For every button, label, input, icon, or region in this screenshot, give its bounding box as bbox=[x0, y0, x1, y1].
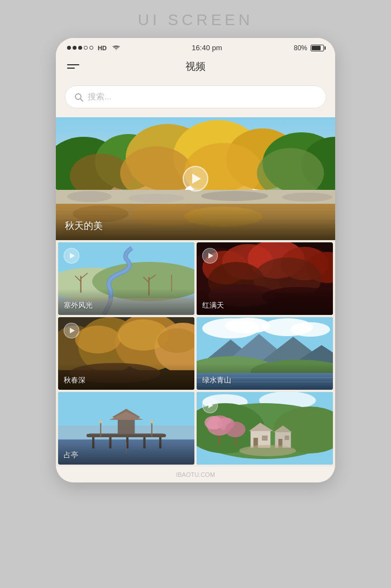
svg-point-69 bbox=[290, 322, 330, 337]
svg-rect-114 bbox=[262, 436, 268, 441]
signal-dots bbox=[67, 46, 93, 50]
overlay-v4: 绿水青山 bbox=[197, 364, 333, 390]
grid-item-v6[interactable] bbox=[197, 392, 333, 465]
search-placeholder: 搜索... bbox=[88, 92, 112, 102]
battery-icon bbox=[311, 45, 324, 51]
status-bar: HD 16:40 pm 80% bbox=[56, 38, 335, 55]
play-icon-v2 bbox=[208, 253, 213, 259]
dot-2 bbox=[73, 46, 77, 50]
search-icon bbox=[74, 93, 83, 102]
play-icon-v3 bbox=[70, 328, 75, 333]
play-button-v1[interactable] bbox=[64, 248, 79, 264]
grid-item-v4[interactable]: 绿水青山 bbox=[197, 317, 333, 390]
grid-title-v1: 塞外风光 bbox=[64, 301, 93, 309]
play-icon-v6 bbox=[208, 403, 213, 408]
featured-video[interactable]: 秋天的美 bbox=[56, 117, 335, 240]
grid-title-v5: 占亭 bbox=[64, 451, 78, 459]
svg-point-119 bbox=[239, 445, 296, 456]
dot-5 bbox=[89, 46, 93, 50]
dot-1 bbox=[67, 46, 71, 50]
ui-screen-label: UI SCREEN bbox=[138, 11, 253, 29]
credit-label: IBAOTU.COM bbox=[56, 467, 335, 482]
svg-point-110 bbox=[225, 422, 246, 437]
menu-line-2 bbox=[67, 68, 75, 69]
menu-line-1 bbox=[67, 64, 79, 65]
svg-rect-118 bbox=[285, 436, 289, 440]
play-icon-v1 bbox=[70, 253, 75, 259]
svg-point-15 bbox=[128, 194, 184, 203]
search-section: 搜索... bbox=[56, 80, 335, 117]
overlay-v2: 红满天 bbox=[197, 289, 333, 315]
svg-point-98 bbox=[150, 420, 154, 423]
featured-video-title: 秋天的美 bbox=[65, 221, 103, 231]
overlay-v3: 秋春深 bbox=[58, 364, 194, 390]
svg-rect-83 bbox=[87, 434, 166, 437]
overlay-v1: 塞外风光 bbox=[58, 289, 194, 315]
hd-label: HD bbox=[98, 45, 107, 51]
featured-overlay: 秋天的美 bbox=[56, 203, 335, 240]
play-triangle-icon bbox=[192, 174, 201, 184]
svg-point-14 bbox=[67, 191, 112, 202]
wifi-icon bbox=[112, 45, 120, 51]
grid-item-v5[interactable]: 占亭 bbox=[58, 392, 194, 465]
video-grid: 塞外风光 bbox=[56, 240, 335, 467]
featured-play-button[interactable] bbox=[183, 166, 208, 192]
battery-fill bbox=[312, 46, 321, 50]
svg-rect-91 bbox=[118, 420, 135, 434]
overlay-v5: 占亭 bbox=[58, 438, 194, 465]
grid-item-v1[interactable]: 塞外风光 bbox=[58, 242, 194, 315]
play-button-v3[interactable] bbox=[64, 323, 79, 338]
status-time: 16:40 pm bbox=[192, 44, 222, 52]
grid-title-v4: 绿水青山 bbox=[202, 376, 231, 384]
play-button-v6[interactable] bbox=[202, 398, 218, 413]
status-left: HD bbox=[67, 45, 120, 51]
nav-title: 视频 bbox=[185, 60, 206, 73]
status-right: 80% bbox=[294, 44, 324, 52]
svg-point-60 bbox=[75, 326, 121, 353]
svg-point-96 bbox=[99, 420, 102, 423]
battery-bar bbox=[311, 45, 324, 51]
grid-item-v3[interactable]: 秋春深 bbox=[58, 317, 194, 390]
battery-percent: 80% bbox=[294, 44, 307, 52]
grid-title-v2: 红满天 bbox=[202, 301, 224, 309]
dot-3 bbox=[78, 46, 82, 50]
svg-point-16 bbox=[201, 191, 268, 201]
video-content: 秋天的美 bbox=[56, 117, 335, 467]
page-wrapper: UI SCREEN HD 16:40 pm bbox=[0, 0, 391, 588]
hamburger-menu-icon[interactable] bbox=[67, 64, 79, 69]
grid-item-v2[interactable]: 红满天 bbox=[197, 242, 333, 315]
play-button-v2[interactable] bbox=[202, 248, 218, 264]
phone-frame: HD 16:40 pm 80% bbox=[56, 38, 335, 482]
svg-point-17 bbox=[282, 193, 332, 202]
dot-4 bbox=[84, 46, 88, 50]
search-bar[interactable]: 搜索... bbox=[65, 85, 326, 108]
grid-title-v3: 秋春深 bbox=[64, 376, 85, 384]
svg-line-1 bbox=[80, 99, 83, 101]
nav-bar: 视频 bbox=[56, 55, 335, 80]
